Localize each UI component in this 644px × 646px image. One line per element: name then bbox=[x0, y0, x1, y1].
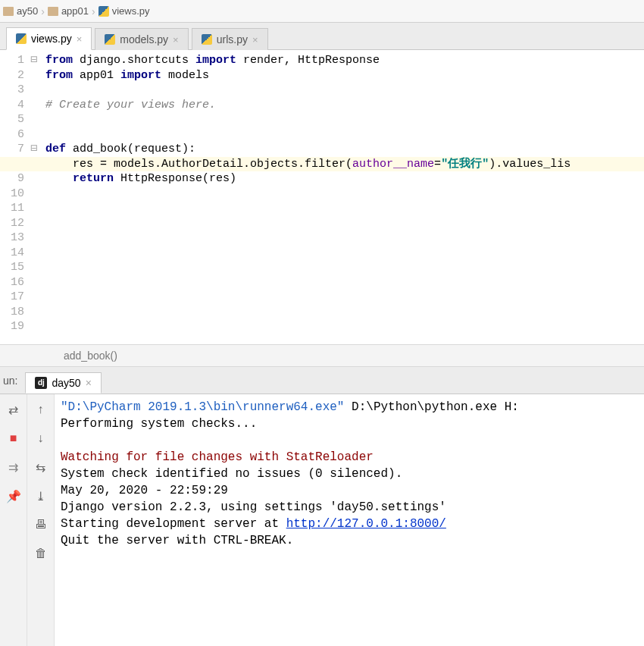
run-label: un: bbox=[3, 375, 17, 387]
pin-icon[interactable]: 📌 bbox=[5, 487, 23, 505]
close-icon[interactable]: × bbox=[77, 33, 83, 45]
run-tab-label: day50 bbox=[52, 377, 80, 389]
crumb-dir[interactable]: app01 bbox=[48, 5, 89, 17]
python-file-icon bbox=[98, 6, 109, 17]
close-icon[interactable]: × bbox=[86, 377, 92, 389]
console-text: System check identified no issues (0 sil… bbox=[61, 467, 402, 481]
folder-icon bbox=[48, 7, 58, 16]
console-mid-toolbar: ↑ ↓ ⇆ ⤓ 🖶 🗑 bbox=[27, 394, 55, 646]
console-text: Quit the server with CTRL-BREAK. bbox=[61, 534, 293, 547]
breadcrumb: ay50 › app01 › views.py bbox=[0, 0, 644, 23]
close-icon[interactable]: × bbox=[252, 34, 258, 45]
run-tab[interactable]: dj day50 × bbox=[25, 372, 101, 394]
console-text: May 20, 2020 - 22:59:29 bbox=[61, 484, 228, 497]
debug-icon[interactable]: ⇉ bbox=[5, 458, 23, 476]
crumb-root[interactable]: ay50 bbox=[3, 5, 38, 17]
up-arrow-icon[interactable]: ↑ bbox=[32, 400, 50, 419]
print-icon[interactable]: 🖶 bbox=[32, 516, 50, 534]
console-text: Starting development server at bbox=[61, 517, 286, 531]
line-gutter: 12345678910111213141516171819 bbox=[0, 50, 30, 344]
nav-status-label: add_book() bbox=[64, 350, 117, 362]
close-icon[interactable]: × bbox=[173, 34, 179, 45]
tab-urls[interactable]: urls.py × bbox=[192, 28, 268, 50]
crumb-file-label: views.py bbox=[112, 5, 150, 17]
crumb-root-label: ay50 bbox=[17, 5, 38, 17]
folder-icon bbox=[3, 7, 14, 16]
down-arrow-icon[interactable]: ↓ bbox=[32, 429, 50, 447]
code-area[interactable]: from django.shortcuts import render, Htt… bbox=[44, 50, 644, 344]
console-text: D:\Python\python.exe H: bbox=[344, 400, 518, 414]
nav-status-bar[interactable]: add_book() bbox=[0, 344, 644, 367]
scroll-to-end-icon[interactable]: ⤓ bbox=[32, 487, 50, 505]
console-text: Performing system checks... bbox=[61, 417, 257, 431]
tab-models[interactable]: models.py × bbox=[95, 28, 188, 50]
tab-label: views.py bbox=[31, 33, 72, 45]
console-warn: Watching for file changes with StatReloa… bbox=[61, 450, 374, 464]
crumb-dir-label: app01 bbox=[61, 5, 89, 17]
django-icon: dj bbox=[35, 377, 47, 389]
console-area: ⇄ ■ ⇉ 📌 ↑ ↓ ⇆ ⤓ 🖶 🗑 "D:\PyCharm 2019.1.3… bbox=[0, 394, 644, 646]
python-file-icon bbox=[105, 34, 115, 45]
stop-icon[interactable]: ■ bbox=[5, 429, 23, 447]
rerun-icon[interactable]: ⇄ bbox=[5, 400, 23, 419]
console-path: "D:\PyCharm 2019.1.3\bin\runnerw64.exe" bbox=[61, 400, 344, 414]
python-file-icon bbox=[202, 34, 212, 45]
console-output[interactable]: "D:\PyCharm 2019.1.3\bin\runnerw64.exe" … bbox=[55, 394, 644, 646]
console-left-toolbar: ⇄ ■ ⇉ 📌 bbox=[0, 394, 27, 646]
chevron-right-icon: › bbox=[90, 5, 97, 17]
run-header: un: dj day50 × bbox=[0, 367, 644, 394]
tab-views[interactable]: views.py × bbox=[6, 27, 92, 50]
tab-label: models.py bbox=[120, 33, 168, 45]
tab-label: urls.py bbox=[217, 33, 248, 45]
code-editor[interactable]: 12345678910111213141516171819 ⊟ ⊟ from d… bbox=[0, 50, 644, 344]
trash-icon[interactable]: 🗑 bbox=[32, 544, 50, 563]
console-text: Django version 2.2.3, using settings 'da… bbox=[61, 500, 446, 514]
crumb-file[interactable]: views.py bbox=[98, 5, 150, 17]
fold-column[interactable]: ⊟ ⊟ bbox=[30, 50, 44, 344]
soft-wrap-icon[interactable]: ⇆ bbox=[32, 458, 50, 476]
console-link[interactable]: http://127.0.0.1:8000/ bbox=[286, 517, 446, 531]
editor-tabbar: views.py × models.py × urls.py × bbox=[0, 23, 644, 50]
python-file-icon bbox=[16, 33, 27, 44]
chevron-right-icon: › bbox=[39, 5, 46, 17]
